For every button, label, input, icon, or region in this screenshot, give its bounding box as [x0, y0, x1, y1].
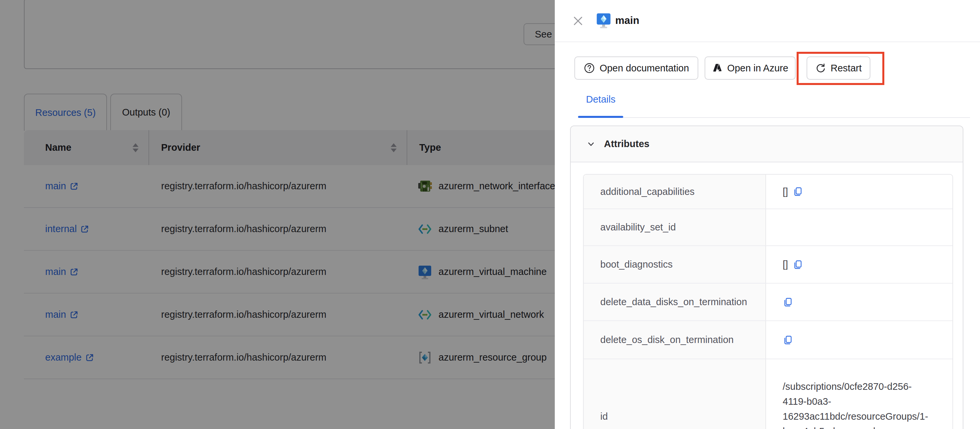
restart-label: Restart	[830, 63, 861, 74]
copy-icon[interactable]	[793, 259, 803, 270]
copy-icon[interactable]	[793, 186, 803, 197]
attribute-key: boot_diagnostics	[584, 246, 766, 283]
modal-dim-overlay[interactable]	[0, 0, 555, 429]
open-in-azure-label: Open in Azure	[727, 63, 788, 74]
tab-details[interactable]: Details	[586, 94, 616, 105]
restart-icon	[815, 63, 826, 73]
active-tab-indicator	[578, 116, 623, 118]
attribute-value: []	[783, 259, 788, 270]
drawer-title: main	[615, 14, 639, 27]
divider	[578, 117, 970, 118]
attribute-key: additional_capabilities	[584, 175, 766, 208]
azure-logo-icon	[712, 63, 722, 73]
open-in-azure-button[interactable]: Open in Azure	[705, 56, 795, 80]
attributes-card: Attributes additional_capabilities [] av…	[570, 126, 963, 429]
attribute-row: id /subscriptions/0cfe2870-d256- 4119-b0…	[584, 359, 953, 429]
copy-icon[interactable]	[783, 335, 793, 345]
virtual-machine-icon	[595, 12, 612, 29]
resource-details-drawer: main Open documentation Open in Azure Re…	[555, 0, 980, 429]
open-documentation-button[interactable]: Open documentation	[574, 56, 698, 80]
attribute-value: []	[783, 186, 788, 197]
chevron-down-icon	[586, 139, 596, 149]
divider	[555, 41, 980, 42]
attribute-row: additional_capabilities []	[584, 175, 953, 209]
attribute-key: id	[584, 359, 766, 429]
question-circle-icon	[584, 62, 595, 74]
attribute-row: boot_diagnostics []	[584, 246, 953, 284]
attribute-row: delete_data_disks_on_termination	[584, 284, 953, 321]
close-icon[interactable]	[571, 14, 585, 27]
attributes-section-toggle[interactable]: Attributes	[571, 126, 963, 162]
attribute-row: availability_set_id	[584, 209, 953, 246]
restart-button[interactable]: Restart	[807, 56, 870, 80]
attributes-table: additional_capabilities [] availability_…	[583, 174, 953, 429]
copy-icon[interactable]	[783, 297, 793, 307]
attribute-value-id: /subscriptions/0cfe2870-d256- 4119-b0a3-…	[783, 379, 928, 429]
attribute-row: delete_os_disk_on_termination	[584, 321, 953, 359]
open-documentation-label: Open documentation	[600, 63, 689, 74]
attribute-key: delete_os_disk_on_termination	[584, 321, 766, 359]
attributes-section-title: Attributes	[604, 138, 649, 149]
attribute-key: delete_data_disks_on_termination	[584, 284, 766, 321]
attribute-key: availability_set_id	[584, 209, 766, 245]
